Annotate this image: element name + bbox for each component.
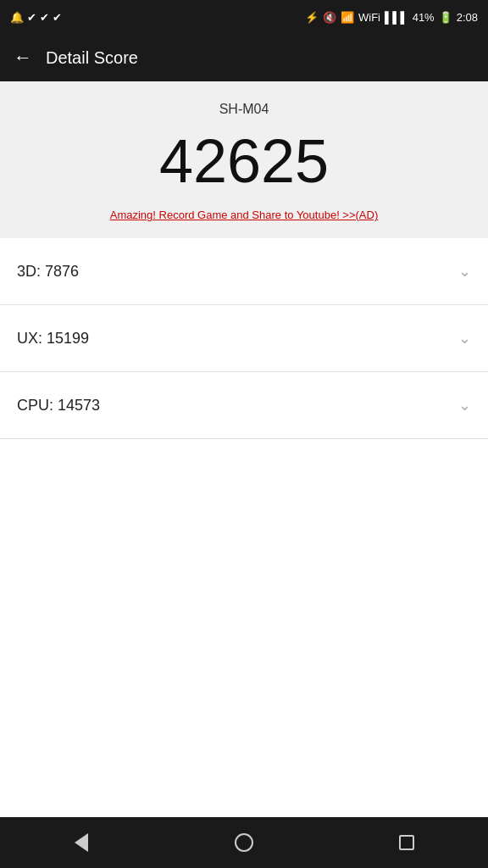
battery-icon: 🔋: [439, 11, 452, 24]
signal-icon: ▌▌▌: [385, 11, 408, 24]
score-section: SH-M04 42625 Amazing! Record Game and Sh…: [0, 81, 488, 238]
status-icons-right: ⚡ 🔇 📶 WiFi ▌▌▌ 41% 🔋 2:08: [305, 11, 478, 24]
back-nav-button[interactable]: [56, 826, 107, 860]
score-item-3d[interactable]: 3D: 7876 ⌄: [0, 238, 488, 305]
wifi-icon: WiFi: [358, 11, 380, 24]
scores-list: 3D: 7876 ⌄ UX: 15199 ⌄ CPU: 14573 ⌄: [0, 238, 488, 817]
chevron-icon-ux: ⌄: [458, 329, 471, 348]
total-score: 42625: [159, 131, 329, 192]
notification-icon-3: ✔: [40, 11, 49, 24]
score-item-ux[interactable]: UX: 15199 ⌄: [0, 305, 488, 372]
status-bar: 🔔 ✔ ✔ ✔ ⚡ 🔇 📶 WiFi ▌▌▌ 41% 🔋 2:08: [0, 0, 488, 34]
score-label-3d: 3D: 7876: [17, 263, 79, 281]
score-label-ux: UX: 15199: [17, 330, 89, 348]
chevron-icon-cpu: ⌄: [458, 396, 471, 415]
recent-nav-icon: [399, 835, 414, 850]
time: 2:08: [457, 11, 478, 24]
score-label-cpu: CPU: 14573: [17, 397, 100, 415]
app-bar: ← Detail Score: [0, 34, 488, 81]
page-title: Detail Score: [46, 48, 138, 68]
bluetooth-icon: ⚡: [305, 11, 319, 24]
notification-icon-2: ✔: [27, 11, 36, 24]
chevron-icon-3d: ⌄: [458, 262, 471, 281]
battery-percent: 41%: [413, 11, 435, 24]
nav-bar: [0, 817, 488, 868]
recent-nav-button[interactable]: [381, 826, 432, 860]
volume-icon: 🔇: [323, 11, 336, 24]
status-icons-left: 🔔 ✔ ✔ ✔: [10, 11, 62, 24]
nfc-icon: 📶: [341, 11, 354, 24]
home-nav-icon: [235, 833, 253, 852]
home-nav-button[interactable]: [219, 826, 269, 860]
device-name: SH-M04: [219, 102, 269, 117]
score-item-cpu[interactable]: CPU: 14573 ⌄: [0, 372, 488, 439]
back-button[interactable]: ←: [14, 47, 32, 69]
back-nav-icon: [75, 833, 88, 852]
ad-link[interactable]: Amazing! Record Game and Share to Youtub…: [110, 209, 379, 221]
notification-icon-1: 🔔: [10, 11, 24, 24]
notification-icon-4: ✔: [53, 11, 62, 24]
